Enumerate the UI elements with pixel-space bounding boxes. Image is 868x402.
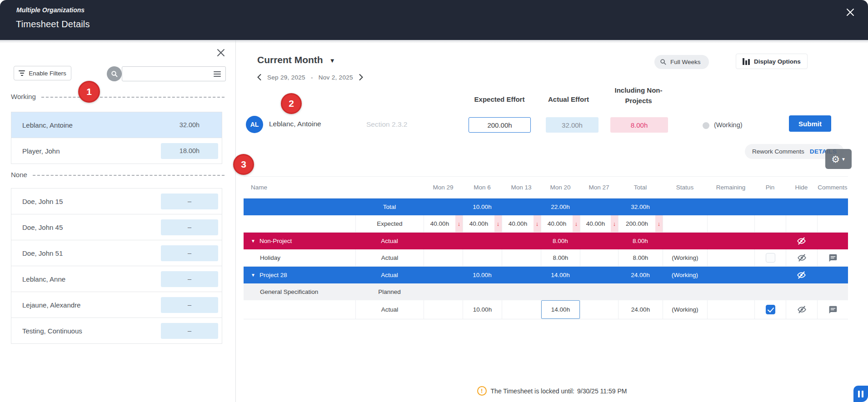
cell-gs-mon27[interactable] (580, 300, 618, 319)
lock-message-text: The Timesheet is locked until: (491, 387, 574, 395)
resource-name: Doe, John 15 (22, 198, 63, 205)
resource-sidebar: Enable Filters 1 Working Leblanc, Antoin… (0, 40, 236, 402)
lock-message: ! The Timesheet is locked until: 9/30/25… (236, 386, 868, 396)
col-header-remaining: Remaining (707, 177, 754, 198)
cell-holiday-mon29[interactable] (424, 249, 463, 266)
hide-row-button[interactable] (786, 233, 817, 249)
resource-item-testing-continuous[interactable]: Testing, Continuous – (11, 318, 222, 344)
resource-item-leblanc-anne[interactable]: Leblanc, Anne – (11, 266, 222, 292)
cell-holiday-total: 8.00h (618, 249, 663, 266)
group-toggle-project-28[interactable]: ▼ Project 28 (244, 267, 355, 283)
cell-expected-total: 200.00h (619, 220, 655, 227)
display-options-label: Display Options (754, 58, 801, 65)
cell-total-mon6: 10.00h (463, 199, 502, 215)
enable-filters-button[interactable]: Enable Filters (14, 66, 71, 80)
cell-gs-mon13[interactable] (502, 300, 541, 319)
cell-project28-total: 24.00h (618, 267, 663, 283)
resource-item-doe-john-15[interactable]: Doe, John 15 – (11, 189, 222, 214)
search-menu-icon[interactable] (214, 70, 222, 77)
resource-hours: – (161, 323, 218, 339)
date-range-nav: Sep 29, 2025 - Nov 2, 2025 (257, 74, 364, 81)
period-selector[interactable]: Current Month ▼ (257, 55, 335, 65)
active-edit-cell[interactable]: 14.00h (541, 300, 580, 319)
display-options-button[interactable]: Display Options (736, 54, 808, 69)
decrease-arrow-icon: ↓ (655, 215, 663, 232)
hide-row-button[interactable] (786, 249, 817, 266)
hide-row-button[interactable] (786, 267, 817, 283)
resource-hours: – (161, 245, 218, 261)
col-header-pin: Pin (754, 177, 786, 198)
cell-nonproject-mon20: 8.00h (541, 233, 580, 249)
eye-off-icon (797, 305, 807, 314)
comments-button[interactable] (817, 300, 848, 319)
decrease-arrow-icon: ↓ (455, 215, 463, 232)
rework-comments-link[interactable]: Rework Comments (752, 148, 804, 155)
resource-name: Leblanc, Anne (22, 275, 65, 283)
col-header-total: Total (618, 177, 663, 198)
resource-item-doe-john-45[interactable]: Doe, John 45 – (11, 214, 222, 240)
row-type-label: Actual (355, 233, 424, 249)
row-holiday: Holiday Actual 8.00h 8.00h (Working) (244, 249, 848, 267)
search-icon (660, 59, 667, 65)
pin-checkbox-checked[interactable] (766, 305, 775, 314)
chevron-down-icon: ▼ (329, 57, 335, 64)
timesheet-table: Name Mon 29 Mon 6 Mon 13 Mon 20 Mon 27 T… (244, 176, 848, 319)
resource-hours: – (161, 219, 218, 235)
cell-nonproject-total: 8.00h (618, 233, 663, 249)
cell-gs-mon6[interactable]: 10.00h (463, 300, 502, 319)
row-group-non-project: ▼ Non-Project Actual 8.00h 8.00h (244, 233, 848, 249)
resource-item-doe-john-51[interactable]: Doe, John 51 – (11, 240, 222, 266)
comments-button[interactable] (817, 249, 848, 266)
row-total: Total 10.00h 22.00h 32.00h (244, 199, 848, 215)
resource-item-leblanc-antoine[interactable]: Leblanc, Antoine 32.00h (11, 112, 222, 138)
group-label: None (11, 171, 27, 179)
none-resource-list: Doe, John 15 – Doe, John 45 – Doe, John … (11, 188, 222, 344)
search-icon-button[interactable] (107, 66, 122, 81)
search-input[interactable] (122, 66, 226, 81)
hide-row-button[interactable] (786, 300, 817, 319)
table-header-row: Name Mon 29 Mon 6 Mon 13 Mon 20 Mon 27 T… (244, 176, 848, 199)
cell-project28-status: (Working) (663, 267, 707, 283)
resource-hours: – (161, 297, 218, 313)
row-general-specification-planned: General Specification Planned (244, 283, 848, 300)
collapse-triangle-icon: ▼ (251, 273, 255, 278)
help-widget-button[interactable] (853, 386, 868, 402)
annotation-badge-3: 3 (233, 154, 254, 175)
cell-holiday-mon20[interactable]: 8.00h (541, 249, 580, 266)
cell-holiday-mon13[interactable] (502, 249, 541, 266)
comment-icon (828, 253, 838, 263)
resource-name: Doe, John 45 (22, 223, 63, 231)
group-toggle-non-project[interactable]: ▼ Non-Project (244, 233, 355, 249)
eye-off-icon (797, 270, 806, 280)
date-range-start: Sep 29, 2025 (267, 74, 305, 81)
person-status: (Working) (714, 121, 743, 129)
row-general-specification-actual: Actual 10.00h 14.00h 24.00h (Working) (244, 300, 848, 319)
cell-total-mon20: 22.00h (541, 199, 580, 215)
filter-icon (19, 69, 25, 77)
date-range-end: Nov 2, 2025 (319, 74, 353, 81)
table-settings-button[interactable]: ⚙ ▼ (825, 149, 852, 169)
cell-expected-mon29: 40.00h (424, 220, 455, 227)
pin-checkbox[interactable] (766, 253, 775, 263)
close-window-icon[interactable] (843, 5, 857, 19)
cell-gs-mon29[interactable] (424, 300, 463, 319)
annotation-badge-1: 1 (78, 81, 100, 103)
row-type-label: Actual (355, 300, 424, 319)
cell-holiday-mon6[interactable] (463, 249, 502, 266)
col-header-comments: Comments (817, 177, 848, 198)
prev-period-icon[interactable] (257, 74, 262, 81)
close-sidebar-icon[interactable] (215, 47, 226, 58)
page-title: Timesheet Details (16, 19, 90, 30)
next-period-icon[interactable] (359, 74, 364, 81)
resource-item-lejaune-alexandre[interactable]: Lejaune, Alexandre – (11, 292, 222, 318)
submit-button[interactable]: Submit (789, 115, 831, 132)
resource-item-player-john[interactable]: Player, John 18.00h (11, 138, 222, 164)
status-dot (703, 122, 709, 129)
dashed-divider (41, 97, 224, 98)
resource-hours: – (161, 194, 218, 209)
expected-effort-input[interactable]: 200.00h (469, 117, 531, 133)
full-weeks-search[interactable]: Full Weeks (654, 55, 709, 69)
col-header-name: Name (244, 177, 424, 198)
cell-holiday-mon27[interactable] (580, 249, 618, 266)
row-type-label: Planned (355, 283, 424, 300)
